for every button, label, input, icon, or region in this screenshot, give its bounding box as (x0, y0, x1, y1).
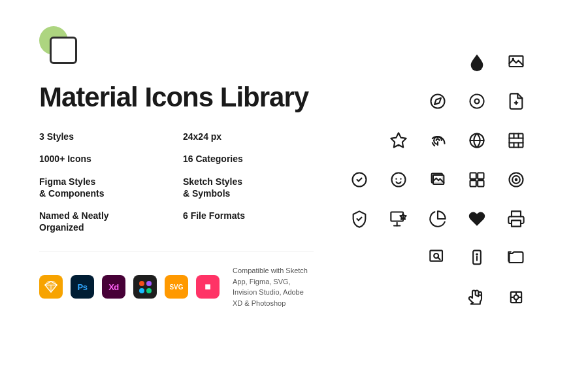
ink-drop-icon (463, 48, 491, 76)
pie-chart-icon (423, 204, 452, 233)
ps-logo: Ps (71, 275, 94, 299)
folder-copy-icon (502, 244, 531, 272)
svg-point-2 (512, 58, 515, 61)
settings-dashed-icon (463, 87, 491, 116)
feature-named: Named & NeatlyOrganized (39, 210, 170, 233)
main-title: Material Icons Library (39, 82, 314, 112)
fingerprint-icon (423, 126, 452, 155)
invision-logo: ■ (196, 275, 220, 299)
photo-library-icon (423, 165, 452, 194)
svg-rect-24 (478, 180, 483, 186)
svg-point-4 (470, 95, 484, 108)
figma-logo (133, 275, 157, 299)
feature-formats-label: 6 File Formats (183, 210, 314, 221)
svg-point-17 (395, 178, 397, 180)
svg-point-27 (515, 178, 518, 182)
check-circle-icon (345, 165, 374, 194)
dashboard-icon (463, 165, 491, 194)
globe-icon (463, 126, 491, 155)
search-frame-icon (423, 244, 452, 272)
face-icon (384, 165, 413, 194)
logo-area (39, 26, 91, 72)
feature-figma-label: Figma Styles& Components (39, 176, 170, 199)
target-icon (502, 165, 531, 194)
svg-rect-22 (478, 173, 483, 179)
feature-icons-label: 1000+ Icons (39, 153, 170, 165)
hand-icon (463, 283, 491, 312)
film-icon (502, 126, 531, 155)
phone-info-icon (463, 244, 491, 272)
print-icon (502, 204, 531, 233)
feature-styles-label: 3 Styles (39, 131, 170, 142)
feature-figma: Figma Styles& Components (39, 176, 170, 199)
desktop-star-icon (384, 204, 413, 233)
logo-square (50, 37, 77, 64)
feature-icons: 1000+ Icons (39, 153, 170, 165)
icons-grid (345, 48, 531, 351)
heart-icon (463, 204, 491, 233)
feature-categories: 16 Categories (183, 153, 314, 165)
svg-rect-21 (470, 173, 476, 179)
feature-formats: 6 File Formats (183, 210, 314, 233)
left-panel: Material Icons Library 3 Styles 24x24 px… (39, 26, 314, 372)
shield-check-icon (345, 204, 374, 233)
star-icon (384, 126, 413, 155)
bottom-bar: Ps Xd SVG ■ Compatible with Sketch App, … (39, 252, 314, 308)
svg-point-18 (400, 178, 401, 180)
svg-point-39 (514, 295, 519, 300)
feature-sketch-label: Sketch Styles& Symbols (183, 176, 314, 199)
svg-point-16 (392, 173, 406, 187)
svg-rect-23 (470, 180, 476, 186)
features-grid: 3 Styles 24x24 px 1000+ Icons 16 Categor… (39, 131, 314, 233)
feature-size-label: 24x24 px (183, 131, 314, 142)
svg-rect-31 (512, 220, 521, 226)
right-panel (314, 26, 549, 372)
feature-categories-label: 16 Categories (183, 153, 314, 165)
file-refresh-icon (502, 87, 531, 116)
svg-line-34 (438, 257, 440, 260)
image-icon (502, 48, 531, 76)
feature-size: 24x24 px (183, 131, 314, 142)
feature-styles: 3 Styles (39, 131, 170, 142)
svg-point-3 (431, 95, 445, 108)
svg-point-5 (475, 99, 480, 104)
feature-sketch: Sketch Styles& Symbols (183, 176, 314, 199)
brightness-icon (502, 283, 531, 312)
xd-logo: Xd (102, 275, 125, 299)
compat-text: Compatible with Sketch App, Figma, SVG,I… (233, 265, 314, 308)
sketch-logo (39, 275, 63, 299)
svg-logo: SVG (165, 275, 188, 299)
feature-named-label: Named & NeatlyOrganized (39, 210, 170, 233)
compass-icon (423, 87, 452, 116)
svg-rect-8 (510, 134, 523, 148)
